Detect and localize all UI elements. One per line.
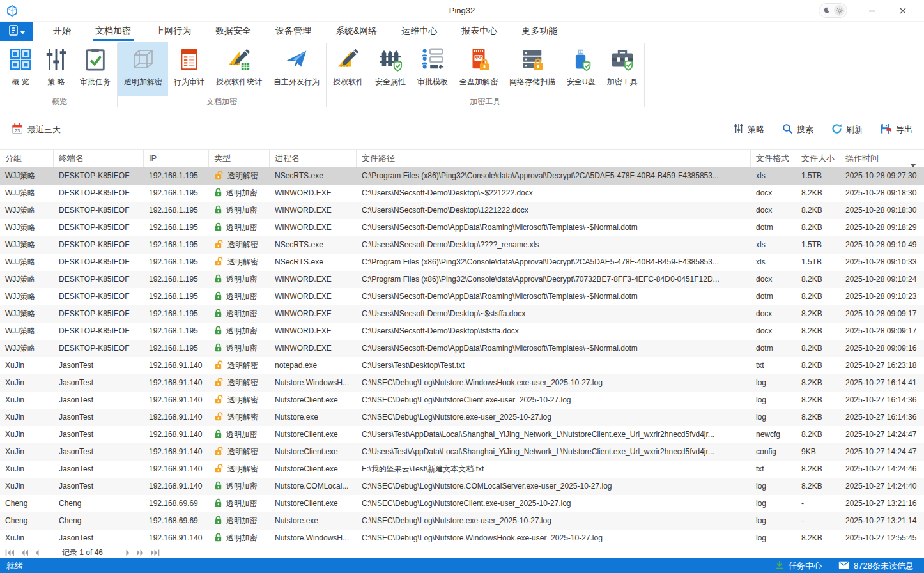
column-header[interactable]: 文件大小	[796, 150, 840, 167]
lock-open-icon	[214, 240, 224, 250]
type-cell: 透明加密	[209, 271, 270, 288]
ribbon-button[interactable]: 安全U盘	[561, 42, 601, 96]
table-row[interactable]: WJJ策略DESKTOP-K85IEOF192.168.1.195透明加密WIN…	[0, 185, 924, 202]
process-cell: NSecRTS.exe	[270, 254, 357, 271]
toolbar-action-button[interactable]: 策略	[734, 123, 764, 135]
file-path-cell: C:\Users\NSecsoft-Demo\AppData\Roaming\M…	[357, 219, 751, 236]
task-center-button[interactable]: 任务中心	[775, 560, 822, 572]
minimize-button[interactable]	[866, 5, 878, 17]
ribbon-button[interactable]: 概 览	[3, 42, 38, 96]
type-cell: 透明加密	[209, 305, 270, 323]
column-header[interactable]: 类型	[209, 150, 270, 167]
table-row[interactable]: XuJinJasonTest192.168.91.140透明解密Nutstore…	[0, 374, 924, 392]
column-header[interactable]: 终端名	[54, 150, 144, 167]
pager-last-button[interactable]	[150, 549, 160, 556]
column-header[interactable]: 分组	[0, 150, 54, 167]
table-row[interactable]: ChengCheng192.168.69.69透明加密NutstoreClien…	[0, 495, 924, 512]
dark-mode-moon-icon[interactable]	[821, 5, 832, 16]
menu-tab[interactable]: 系统&网络	[323, 22, 389, 41]
pager-prev-button[interactable]	[35, 549, 40, 556]
menu-tab[interactable]: 报表中心	[449, 22, 509, 41]
table-row[interactable]: WJJ策略DESKTOP-K85IEOF192.168.1.195透明加密WIN…	[0, 271, 924, 288]
file-format-cell: log	[751, 530, 796, 547]
column-header[interactable]: 文件路径	[357, 150, 751, 167]
ribbon-button[interactable]: SSD全盘加解密	[454, 42, 504, 96]
menu-tabs: 开始文档加密上网行为数据安全设备管理系统&网络运维中心报表中心更多功能	[41, 22, 569, 41]
light-mode-sun-icon[interactable]	[834, 5, 845, 16]
unread-messages-button[interactable]: 8728条未读信息	[838, 560, 914, 572]
server-lock-icon	[520, 47, 544, 72]
filter-arrow-icon[interactable]	[910, 157, 916, 167]
table-row[interactable]: XuJinJasonTest192.168.91.140透明加密Nutstore…	[0, 530, 924, 547]
process-cell: Nutstore.COMLocal...	[270, 478, 357, 495]
close-button[interactable]	[897, 5, 909, 17]
menu-tab[interactable]: 更多功能	[509, 22, 569, 41]
ribbon-button[interactable]: 网络存储扫描	[504, 42, 561, 96]
column-header[interactable]: 操作时间	[840, 150, 924, 167]
theme-toggle[interactable]	[819, 3, 847, 18]
column-header[interactable]: 进程名	[270, 150, 357, 167]
table-row[interactable]: WJJ策略DESKTOP-K85IEOF192.168.1.195透明加密WIN…	[0, 202, 924, 219]
ribbon-group-label: 文档加密	[118, 96, 325, 111]
file-path-cell: C:\Users\NSecsoft-Demo\Desktop\1221222.d…	[357, 202, 751, 219]
table-row[interactable]: XuJinJasonTest192.168.91.140透明解密Nutstore…	[0, 461, 924, 478]
column-header[interactable]: 文件格式	[751, 150, 796, 167]
ribbon-button[interactable]: 透明加解密	[118, 42, 168, 96]
menu-tab[interactable]: 开始	[41, 22, 83, 41]
ribbon-button[interactable]: 策 略	[38, 42, 74, 96]
time-cell: 2025-10-27 14:24:46	[840, 461, 924, 478]
menu-tab[interactable]: 上网行为	[143, 22, 203, 41]
pager-next-group-button[interactable]	[136, 549, 144, 556]
search-small-icon	[782, 123, 793, 136]
ribbon-button[interactable]: 安全属性	[369, 42, 412, 96]
toolbar-action-button[interactable]: 搜索	[782, 123, 813, 136]
time-cell: 2025-10-27 13:21:16	[840, 495, 924, 512]
table-row[interactable]: ChengCheng192.168.69.69透明加密Nutstore.exeC…	[0, 512, 924, 530]
lock-closed-icon	[214, 188, 222, 199]
process-cell: Nutstore.exe	[270, 409, 357, 426]
menu-tab[interactable]: 运维中心	[389, 22, 449, 41]
ribbon-button[interactable]: 授权软件	[327, 42, 369, 96]
table-row[interactable]: WJJ策略DESKTOP-K85IEOF192.168.1.195透明加密WIN…	[0, 219, 924, 236]
lock-open-icon	[214, 360, 224, 371]
table-row[interactable]: WJJ策略DESKTOP-K85IEOF192.168.1.195透明解密NSe…	[0, 167, 924, 185]
table-row[interactable]: WJJ策略DESKTOP-K85IEOF192.168.1.195透明加密WIN…	[0, 340, 924, 357]
table-row[interactable]: WJJ策略DESKTOP-K85IEOF192.168.1.195透明加密WIN…	[0, 305, 924, 323]
table-row[interactable]: XuJinJasonTest192.168.91.140透明解密Nutstore…	[0, 409, 924, 426]
pager-next-button[interactable]	[125, 549, 130, 556]
menu-tab[interactable]: 文档加密	[83, 22, 143, 41]
table-row[interactable]: WJJ策略DESKTOP-K85IEOF192.168.1.195透明解密NSe…	[0, 254, 924, 271]
group-cell: WJJ策略	[0, 236, 54, 254]
terminal-cell: Cheng	[54, 512, 144, 530]
table-row[interactable]: XuJinJasonTest192.168.91.140透明解密notepad.…	[0, 357, 924, 374]
menu-tab[interactable]: 数据安全	[203, 22, 263, 41]
ribbon-button[interactable]: 授权软件统计	[210, 42, 268, 96]
status-ready-text: 就绪	[6, 560, 23, 572]
ribbon-button[interactable]: 行为审计	[168, 42, 210, 96]
app-menu-button[interactable]	[0, 22, 33, 41]
ribbon-button[interactable]: 加密工具	[601, 42, 643, 96]
ribbon-button[interactable]: 审批模板	[412, 42, 454, 96]
ribbon-button[interactable]: 审批任务	[74, 42, 116, 96]
table-row[interactable]: WJJ策略DESKTOP-K85IEOF192.168.1.195透明加密WIN…	[0, 323, 924, 340]
table-row[interactable]: XuJinJasonTest192.168.91.140透明加密Nutstore…	[0, 478, 924, 495]
file-path-cell: C:\Program Files (x86)\Ping32\Console\da…	[357, 254, 751, 271]
process-cell: Nutstore.exe	[270, 512, 357, 530]
table-header: 分组终端名IP类型进程名文件路径文件格式文件大小操作时间	[0, 149, 924, 167]
table-row[interactable]: XuJinJasonTest192.168.91.140透明加密Nutstore…	[0, 426, 924, 443]
ribbon-button[interactable]: 自主外发行为	[268, 42, 325, 96]
group-cell: WJJ策略	[0, 167, 54, 185]
toolbar-action-button[interactable]: 导出	[881, 123, 912, 136]
table-row[interactable]: XuJinJasonTest192.168.91.140透明解密Nutstore…	[0, 392, 924, 409]
ip-cell: 192.168.1.195	[144, 323, 209, 340]
toolbar-action-button[interactable]: 刷新	[831, 123, 863, 136]
file-size-cell: 1.5TB	[796, 236, 840, 254]
table-row[interactable]: WJJ策略DESKTOP-K85IEOF192.168.1.195透明加密WIN…	[0, 288, 924, 305]
pager-prev-group-button[interactable]	[20, 549, 29, 556]
pager-first-button[interactable]	[5, 549, 15, 556]
menu-tab[interactable]: 设备管理	[263, 22, 323, 41]
column-header[interactable]: IP	[144, 150, 209, 167]
date-range-filter[interactable]: 23 最近三天	[12, 123, 61, 136]
table-row[interactable]: XuJinJasonTest192.168.91.140透明解密Nutstore…	[0, 443, 924, 461]
table-row[interactable]: WJJ策略DESKTOP-K85IEOF192.168.1.195透明解密NSe…	[0, 236, 924, 254]
